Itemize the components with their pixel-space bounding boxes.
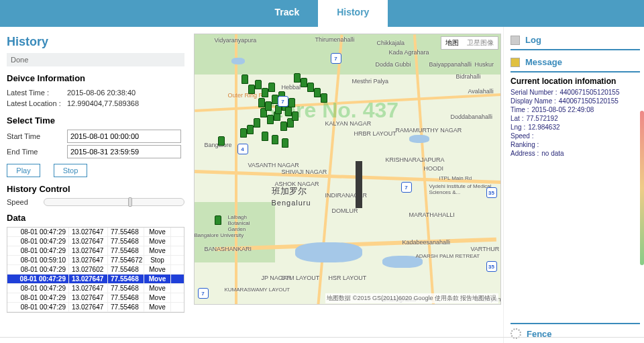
place-label: ASHOK NAGAR <box>275 181 319 187</box>
message-icon <box>511 58 520 67</box>
address-value: no data <box>541 150 564 157</box>
collapse-right-handle[interactable] <box>356 161 362 208</box>
map-marker[interactable] <box>241 75 248 84</box>
table-row[interactable]: 08-01 00:47:2913.02764777.55468Move <box>7 303 184 312</box>
map-marker[interactable] <box>267 115 274 124</box>
place-label: Doddabanahalli <box>451 113 493 120</box>
table-row[interactable]: 08-01 00:47:2913.02764777.55468Move <box>7 246 184 256</box>
road-shield: 35 <box>486 187 497 198</box>
map-marker[interactable] <box>292 111 299 121</box>
place-label: KUMARASWAMY LAYOUT <box>225 287 290 293</box>
left-panel: History Done Deivce Information Latest T… <box>0 27 191 343</box>
lng-label: Lng : <box>511 124 525 131</box>
map-marker[interactable] <box>240 128 247 138</box>
map-marker[interactable] <box>268 83 275 92</box>
start-time-input[interactable] <box>67 130 181 143</box>
center-panel: Store No. 437 班加罗尔Bengaluru Vidyaranyapu… <box>191 27 503 343</box>
map-marker[interactable] <box>301 78 307 87</box>
map-marker[interactable] <box>285 107 292 116</box>
place-label: MARATHAHALLI <box>409 211 455 218</box>
select-time-heading: Select Time <box>7 115 184 126</box>
speed-label: Speed <box>7 198 44 206</box>
map-marker[interactable] <box>314 88 321 97</box>
road-shield: 7 <box>278 96 288 107</box>
place-label: VARTHUR <box>471 246 500 252</box>
map-marker[interactable] <box>248 85 255 94</box>
status-bar: Done <box>7 53 184 66</box>
data-heading: Data <box>7 213 184 223</box>
map-marker[interactable] <box>255 80 262 89</box>
place-label: Huskur <box>475 61 494 68</box>
table-row[interactable]: 08-01 00:59:1013.02764777.554672Stop <box>7 256 184 265</box>
map-marker[interactable] <box>288 98 295 107</box>
place-label: SHIVAJI NAGAR <box>282 168 327 175</box>
map-marker[interactable] <box>254 118 260 128</box>
map-marker[interactable] <box>247 125 254 134</box>
lat-value: 77.572192 <box>526 115 557 122</box>
road-shield: 7 <box>198 288 209 299</box>
map-attribution: 地图数据 ©2015 GS(2011)6020 Google 使用条款 报告地图… <box>325 293 498 303</box>
slider-thumb[interactable] <box>128 197 132 207</box>
message-tab[interactable]: Message <box>511 54 640 72</box>
place-label: KRISHNARAJAPURA <box>386 156 445 163</box>
map-marker[interactable] <box>262 88 268 97</box>
map-city-label: 班加罗尔Bengaluru <box>272 185 311 207</box>
stop-button[interactable]: Stop <box>54 164 87 177</box>
place-label: DOMLUR <box>332 207 358 214</box>
message-label: Message <box>525 57 562 67</box>
place-label: Chikkajala <box>377 40 405 46</box>
start-time-label: Start Time <box>7 132 67 140</box>
history-control-heading: History Control <box>7 184 184 194</box>
place-label: BANASHANKARI <box>205 246 252 252</box>
footer-divider <box>0 337 644 338</box>
latest-time-value: 2015-08-06 20:38:40 <box>67 89 136 97</box>
place-label: Dodda Gubbi <box>376 61 411 68</box>
play-button[interactable]: Play <box>7 164 40 177</box>
place-label: Hebbal <box>282 84 301 91</box>
ranking-label: Ranking : <box>511 141 539 148</box>
log-tab[interactable]: Log <box>511 32 640 50</box>
tab-history[interactable]: History <box>318 0 388 27</box>
map-marker[interactable] <box>282 138 288 148</box>
device-info-heading: Deivce Information <box>7 73 184 83</box>
place-label: Vidyaranyapura <box>215 37 257 44</box>
road-shield: 7 <box>401 182 412 193</box>
map-marker[interactable] <box>280 121 287 131</box>
latest-location-label: Latest Location : <box>7 99 67 107</box>
map-canvas[interactable]: Store No. 437 班加罗尔Bengaluru Vidyaranyapu… <box>194 34 501 305</box>
road-shield: 7 <box>331 53 341 64</box>
map-marker[interactable] <box>307 83 314 92</box>
table-row[interactable]: 08-01 00:47:2913.02764777.55468Move <box>7 293 184 303</box>
map-marker[interactable] <box>218 136 225 146</box>
map-marker[interactable] <box>294 73 301 83</box>
displayname-value: 4400671505120155 <box>559 97 619 105</box>
map-marker[interactable] <box>215 215 221 225</box>
table-row[interactable]: 08-01 00:47:2913.02764777.55468Move <box>7 284 184 293</box>
road-shield: 4 <box>237 144 248 154</box>
place-label: Vydehi Institute of Medical Sciences &..… <box>429 183 493 195</box>
table-row[interactable]: 08-01 00:47:2913.02764777.55468Move <box>7 275 184 284</box>
right-scrollbar[interactable] <box>640 111 644 265</box>
place-label: JP NAGAR <box>262 275 292 281</box>
map-marker[interactable] <box>272 135 278 144</box>
place-label: HSR LAYOUT <box>329 275 367 281</box>
place-label: Mesthri Palya <box>352 78 389 85</box>
table-row[interactable]: 08-01 00:47:2913.02764777.55468Move <box>7 228 184 237</box>
tab-track[interactable]: Track <box>256 0 319 27</box>
map-marker[interactable] <box>258 98 265 107</box>
table-row[interactable]: 08-01 00:47:2913.02764777.55468Move <box>7 237 184 246</box>
map-type-map[interactable]: 地图 <box>441 37 463 49</box>
table-row[interactable]: 08-01 00:47:2913.02760277.55468Move <box>7 265 184 275</box>
map-marker[interactable] <box>265 101 272 111</box>
end-time-input[interactable] <box>67 145 181 158</box>
map-marker[interactable] <box>321 93 327 103</box>
place-label: VASANTH NAGAR <box>248 162 299 168</box>
data-table: 08-01 00:47:2913.02764777.55468Move08-01… <box>7 227 184 313</box>
map-marker[interactable] <box>262 132 268 141</box>
place-label: KALYAN NAGAR <box>325 120 372 127</box>
top-nav: Track History <box>0 0 644 27</box>
map-type-satellite[interactable]: 卫星图像 <box>463 37 498 49</box>
address-label: Address : <box>511 150 539 157</box>
displayname-label: Display Name : <box>511 97 556 105</box>
speed-slider[interactable] <box>44 198 184 206</box>
